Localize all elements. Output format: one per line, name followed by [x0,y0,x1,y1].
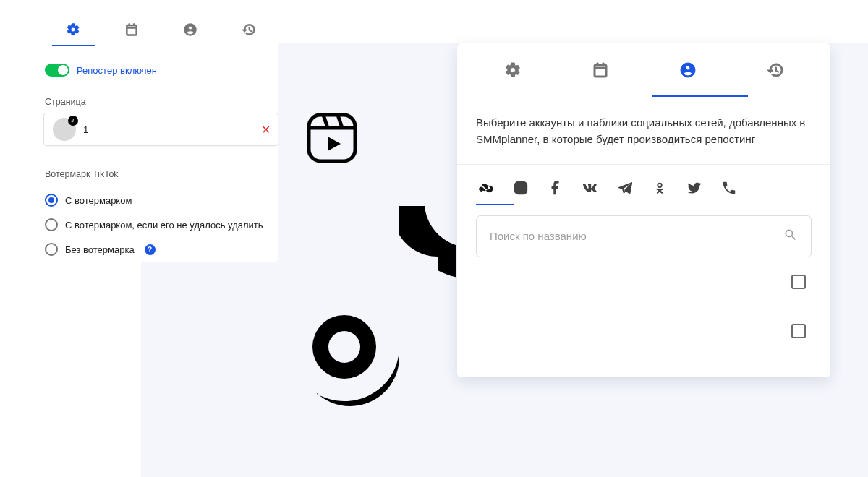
social-filter-row [457,165,830,205]
right-tab-underline [652,95,748,97]
filter-vk-icon[interactable] [580,178,600,198]
watermark-radio-group: С вотермарком С вотермарком, если его не… [43,185,278,262]
tiktok-icon [311,206,456,423]
rtab-calendar[interactable] [571,43,629,97]
reposter-toggle-label: Репостер включен [77,65,157,76]
radio-icon [45,194,58,207]
watermark-option-2[interactable]: Без вотермарка ? [43,237,278,262]
page-section-title: Страница [43,77,278,113]
list-item [457,257,830,306]
filter-facebook-icon[interactable] [545,178,566,198]
radio-icon [45,243,58,256]
tab-history[interactable] [229,13,269,46]
search-input[interactable] [490,230,783,242]
left-tab-underline [52,45,95,46]
svg-point-5 [328,331,360,363]
page-chip-label: 1 [83,124,88,135]
social-underline [476,204,514,205]
watermark-section-title: Вотермарк TikTok [43,146,278,185]
filter-instagram-icon[interactable] [511,178,531,198]
svg-line-2 [323,115,328,128]
filter-twitter-icon[interactable] [684,178,705,198]
radio-icon [45,218,58,231]
list-item [457,306,830,356]
reels-icon [306,112,358,164]
tiktok-badge-icon [68,116,78,126]
watermark-option-0[interactable]: С вотермарком [43,188,278,212]
radio-label: Без вотермарка [65,244,135,255]
rtab-history[interactable] [746,43,804,97]
reposter-toggle[interactable] [45,64,69,77]
search-box[interactable] [476,215,812,257]
filter-telegram-icon[interactable] [615,178,635,198]
watermark-option-1[interactable]: С вотермарком, если его не удалось удали… [43,212,278,237]
filter-ok-icon[interactable] [650,178,670,198]
radio-label: С вотермарком, если его не удалось удали… [65,220,263,231]
page-chip-remove[interactable]: ✕ [261,123,271,137]
search-icon[interactable] [783,228,798,245]
svg-line-3 [338,115,342,128]
page-chip[interactable]: 1 ✕ [43,113,278,146]
tab-settings[interactable] [53,13,93,46]
rtab-person[interactable] [659,43,717,97]
left-tabs [43,13,278,46]
tab-calendar[interactable] [111,13,152,46]
svg-rect-0 [309,115,355,161]
tab-person[interactable] [170,13,210,46]
svg-point-8 [524,183,525,184]
help-icon[interactable]: ? [145,244,156,255]
rtab-settings[interactable] [484,43,542,97]
left-settings-card: Репостер включен Страница 1 ✕ Вотермарк … [43,13,278,262]
checkbox[interactable] [791,275,806,289]
radio-label: С вотермарком [65,195,132,206]
right-tabs [457,43,830,97]
checkbox[interactable] [791,324,806,338]
reposter-toggle-row: Репостер включен [43,46,278,77]
filter-all-icon[interactable] [476,178,496,198]
filter-viber-icon[interactable] [719,178,739,198]
accounts-description: Выберите аккаунты и паблики социальных с… [457,97,830,164]
right-accounts-card: Выберите аккаунты и паблики социальных с… [457,43,830,377]
page-avatar [53,118,76,141]
